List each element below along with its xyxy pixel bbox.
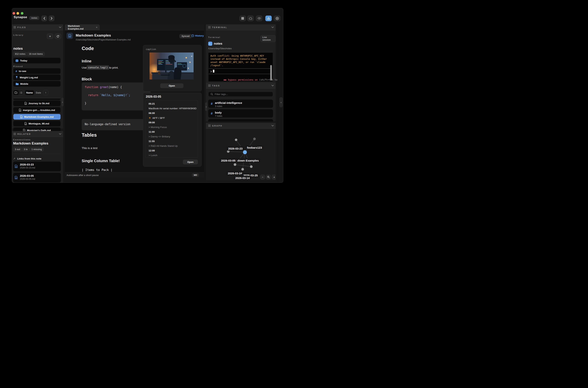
live-session-badge: Live session bbox=[260, 35, 276, 42]
mode-badge[interactable]: MD bbox=[192, 173, 199, 177]
tag-card[interactable]: # body 7 notes bbox=[208, 109, 273, 118]
file-row[interactable]: margos-got-...-troubles.md bbox=[13, 107, 61, 113]
magnifier-icon bbox=[267, 176, 270, 178]
file-row[interactable]: Montague, MI.md bbox=[13, 121, 61, 126]
inline-code-chip: console.log() bbox=[87, 65, 109, 70]
today-item[interactable]: Today bbox=[13, 58, 61, 63]
list-view-button[interactable] bbox=[18, 90, 24, 95]
pinned-item-to-see[interactable]: # to-see bbox=[13, 68, 61, 74]
pinned-label: Pinned bbox=[13, 65, 23, 68]
chevron-down-icon[interactable] bbox=[272, 27, 274, 28]
heading-single-column: Single Column Table! bbox=[82, 159, 120, 163]
preview-button[interactable] bbox=[256, 16, 262, 21]
graph-node-label[interactable]: foobars123 bbox=[245, 146, 264, 150]
history-button[interactable]: History bbox=[191, 34, 204, 37]
folder-view-button[interactable] bbox=[13, 90, 18, 95]
panel-menu-icon bbox=[208, 125, 211, 127]
terminal-prompt: ❯ bbox=[211, 70, 212, 73]
graph-zoom-out-button[interactable]: − bbox=[260, 175, 265, 179]
graph-node-label[interactable]: 2026-03-05 bbox=[219, 158, 237, 163]
timeline-time: 12:00 bbox=[149, 149, 155, 152]
tab-markdown-examples[interactable]: Markdown Examples.md × bbox=[65, 24, 100, 30]
terminal-warning-line: instead of Anthropic Console key. Either bbox=[211, 58, 267, 60]
hash-icon: # bbox=[211, 112, 212, 116]
app-title: Synapse bbox=[14, 15, 27, 19]
link-card[interactable]: 2026-03-05 2026-03-05.md bbox=[13, 173, 61, 183]
refresh-vault-button[interactable] bbox=[55, 34, 61, 39]
file-row-selected[interactable]: Markdown Examples.md bbox=[13, 114, 61, 120]
graph-node-label[interactable]: 2026-03-14 bbox=[234, 176, 252, 180]
link-title: 2026-03-23 bbox=[20, 163, 61, 166]
vault-name: notes bbox=[13, 47, 23, 51]
sort-by-date-button[interactable]: Date bbox=[35, 90, 42, 95]
minimize-window-button[interactable] bbox=[17, 12, 19, 15]
daily-note-title: 2026-03-05 bbox=[146, 95, 161, 98]
tags-panel-header[interactable]: TAGS bbox=[206, 83, 276, 89]
open-image-button[interactable]: Open bbox=[160, 83, 184, 88]
arrow-up-icon: ↑ bbox=[45, 91, 47, 94]
nav-back-button[interactable] bbox=[41, 16, 47, 21]
zoom-window-button[interactable] bbox=[21, 12, 24, 15]
file-name: Journey to 5k.md bbox=[28, 102, 49, 105]
table-markdown-line: | Items to Pack | bbox=[82, 168, 112, 172]
heading-code: Code bbox=[82, 46, 94, 51]
timeline-time: 09:00 bbox=[149, 121, 155, 124]
tag-card[interactable]: # artificial-intelligence 3 notes bbox=[208, 99, 273, 108]
chevron-down-icon[interactable] bbox=[59, 133, 61, 135]
terminal-panel-header[interactable]: TERMINAL bbox=[206, 24, 276, 30]
heading-tables: Tables bbox=[82, 132, 97, 138]
pinned-item-weight-log[interactable]: Weight Log.md bbox=[13, 74, 61, 80]
apps-grid-button[interactable] bbox=[239, 16, 246, 21]
daily-note-preview[interactable]: 05:21 MacBook Air serial number: HFNWHW3… bbox=[145, 100, 198, 158]
file-name: margos-got-...-troubles.md bbox=[23, 109, 55, 112]
chevron-left-icon: ‹ bbox=[281, 101, 282, 104]
sort-direction-button[interactable]: ↑ bbox=[43, 90, 48, 95]
terminal-label: Terminal bbox=[208, 36, 220, 38]
terminal-path: /Users/dep/Sites/notes bbox=[208, 47, 232, 50]
clipped-tag-card bbox=[208, 119, 273, 121]
eye-icon bbox=[258, 17, 261, 20]
collapse-right-rail-handle[interactable]: ‹ bbox=[279, 97, 283, 107]
collapse-left-sidebar-handle[interactable]: ‹ bbox=[61, 98, 64, 106]
timeline-time: 11:55 bbox=[149, 140, 155, 143]
related-panel-header[interactable]: RELATED bbox=[12, 131, 63, 137]
plus-icon: + bbox=[273, 175, 275, 179]
file-name: Markdown Examples.md bbox=[24, 116, 54, 118]
cloud-sync-button[interactable] bbox=[247, 16, 254, 21]
cloud-icon bbox=[249, 17, 252, 20]
export-button[interactable] bbox=[265, 16, 272, 21]
code-string: `Hello, ${name}!`; bbox=[100, 94, 130, 97]
chevron-down-icon[interactable] bbox=[272, 85, 274, 86]
link-card[interactable]: 2026-03-23 2026-03-23.md bbox=[13, 162, 61, 171]
history-label: History bbox=[195, 34, 204, 37]
timeline-time: 05:21 bbox=[149, 102, 155, 105]
files-panel-header[interactable]: FILES bbox=[12, 24, 63, 30]
graph-zoom-in-button[interactable]: + bbox=[272, 175, 276, 179]
graph-panel-header[interactable]: GRAPH bbox=[206, 123, 276, 129]
graph-zoom-reset-button[interactable] bbox=[266, 175, 271, 179]
terminal-output[interactable]: Auth conflict: Using ANTHROPIC_API_KEY i… bbox=[208, 52, 273, 82]
graph-canvas[interactable]: 2026-03-23foobars123Markdown Examples202… bbox=[206, 129, 276, 180]
code-text: } bbox=[85, 102, 86, 105]
terminal-scrollbar[interactable] bbox=[270, 65, 272, 80]
new-note-button[interactable]: + bbox=[47, 34, 53, 39]
graph-node-label[interactable]: 2026-03-23 bbox=[226, 146, 245, 151]
close-session-button[interactable] bbox=[274, 16, 280, 21]
tag-filter-input[interactable] bbox=[215, 93, 267, 96]
link-filename: 2026-03-23.md bbox=[20, 167, 61, 169]
tag-name: artificial-intelligence bbox=[215, 101, 242, 104]
file-name: Montague, MI.md bbox=[28, 122, 49, 125]
document-icon-tile bbox=[67, 33, 73, 39]
chevron-down-icon[interactable] bbox=[59, 27, 61, 28]
open-daily-note-button[interactable]: Open bbox=[183, 160, 198, 164]
chevron-down-icon[interactable] bbox=[272, 125, 274, 126]
close-window-button[interactable] bbox=[13, 12, 15, 15]
file-row[interactable]: Journey to 5k.md bbox=[13, 100, 61, 106]
close-tab-icon[interactable]: × bbox=[96, 26, 97, 29]
collapse-right-sidebar-handle[interactable]: › bbox=[205, 102, 207, 111]
pinned-item-mobile[interactable]: Mobile bbox=[13, 81, 61, 87]
calendar-icon bbox=[16, 59, 18, 62]
sort-by-name-button[interactable]: Name bbox=[25, 90, 34, 95]
notes-count-badge: 812 notes bbox=[13, 52, 27, 56]
nav-forward-button[interactable] bbox=[49, 16, 54, 21]
